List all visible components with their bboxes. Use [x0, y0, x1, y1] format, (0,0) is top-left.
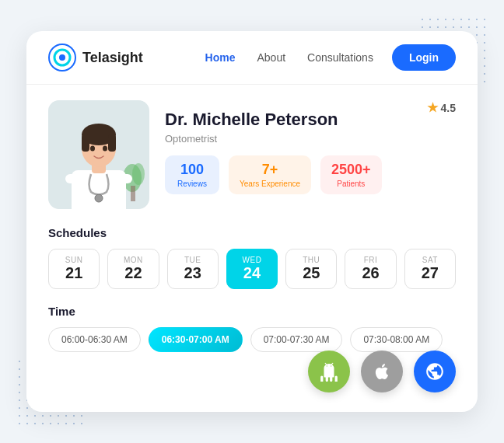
rating-value: 4.5: [441, 102, 456, 114]
day-box-mon[interactable]: MON 22: [107, 249, 159, 289]
day-num: 24: [227, 264, 277, 282]
stat-reviews: 100 Reviews: [165, 155, 219, 194]
fab-apple[interactable]: [361, 351, 403, 392]
svg-rect-8: [65, 174, 87, 183]
rating: ★ 4.5: [427, 100, 456, 115]
login-button[interactable]: Login: [392, 44, 456, 71]
stat-experience-label: Years Experience: [240, 180, 300, 188]
time-slot-1[interactable]: 06:30-07:00 AM: [149, 327, 243, 352]
svg-rect-6: [131, 186, 135, 201]
day-name: WED: [227, 256, 277, 264]
nav-about[interactable]: About: [257, 51, 285, 64]
nav-consultations[interactable]: Consultations: [307, 51, 373, 64]
profile-section: ★ 4.5 Dr. Michelle Peterson Optometrist …: [48, 100, 456, 209]
doctor-info: ★ 4.5 Dr. Michelle Peterson Optometrist …: [165, 100, 456, 209]
days-row: SUN 21 MON 22 TUE 23 WED 24 THU 25 FRI 2…: [48, 249, 456, 289]
svg-point-5: [132, 163, 145, 185]
logo: Telasight: [48, 44, 143, 72]
day-box-fri[interactable]: FRI 26: [345, 249, 396, 289]
time-slot-2[interactable]: 07:00-07:30 AM: [250, 327, 343, 352]
day-num: 22: [108, 264, 158, 282]
stat-experience-value: 7+: [240, 162, 300, 178]
day-box-tue[interactable]: TUE 23: [167, 249, 219, 289]
logo-icon: [48, 44, 76, 72]
svg-rect-13: [82, 134, 89, 152]
stat-patients-value: 2500+: [331, 162, 371, 178]
doctor-photo: [48, 100, 149, 209]
svg-point-15: [90, 146, 95, 152]
stat-reviews-label: Reviews: [176, 180, 208, 188]
svg-point-17: [95, 194, 103, 202]
day-num: 27: [405, 264, 455, 282]
svg-rect-9: [110, 174, 132, 183]
day-name: FRI: [345, 256, 395, 264]
fab-android[interactable]: [308, 351, 350, 392]
svg-point-2: [59, 54, 65, 61]
day-name: SUN: [49, 256, 99, 264]
main-content: ★ 4.5 Dr. Michelle Peterson Optometrist …: [26, 85, 478, 371]
day-box-sun[interactable]: SUN 21: [48, 249, 100, 289]
stat-reviews-value: 100: [176, 162, 208, 178]
svg-rect-14: [108, 134, 116, 152]
day-num: 26: [345, 264, 395, 282]
day-name: THU: [286, 256, 336, 264]
navbar: Telasight Home About Consultations Login: [26, 31, 478, 85]
doctor-specialty: Optometrist: [165, 133, 456, 145]
time-slot-3[interactable]: 07:30-08:00 AM: [350, 327, 443, 352]
day-name: MON: [108, 256, 158, 264]
star-icon: ★: [427, 100, 438, 115]
fab-web[interactable]: [414, 351, 456, 392]
stat-patients: 2500+ Patients: [320, 155, 382, 194]
doctor-name: Dr. Michelle Peterson: [165, 110, 456, 130]
day-num: 21: [49, 264, 99, 282]
day-num: 25: [286, 264, 336, 282]
day-box-wed[interactable]: WED 24: [226, 249, 278, 289]
fabs-container: [308, 351, 456, 392]
nav-links: Home About Consultations: [205, 51, 373, 64]
logo-text: Telasight: [82, 50, 143, 66]
day-box-thu[interactable]: THU 25: [285, 249, 337, 289]
time-title: Time: [48, 305, 456, 318]
day-name: SAT: [405, 256, 455, 264]
main-card: Telasight Home About Consultations Login: [26, 31, 478, 412]
stat-experience: 7+ Years Experience: [229, 155, 311, 194]
times-row: 06:00-06:30 AM06:30-07:00 AM07:00-07:30 …: [48, 327, 456, 352]
day-box-sat[interactable]: SAT 27: [404, 249, 456, 289]
time-slot-0[interactable]: 06:00-06:30 AM: [48, 327, 141, 352]
stat-patients-label: Patients: [331, 180, 371, 188]
stats-row: 100 Reviews 7+ Years Experience 2500+ Pa…: [165, 155, 456, 194]
day-num: 23: [168, 264, 218, 282]
nav-home[interactable]: Home: [205, 51, 236, 64]
schedules-title: Schedules: [48, 226, 456, 239]
day-name: TUE: [168, 256, 218, 264]
svg-point-16: [103, 146, 107, 152]
